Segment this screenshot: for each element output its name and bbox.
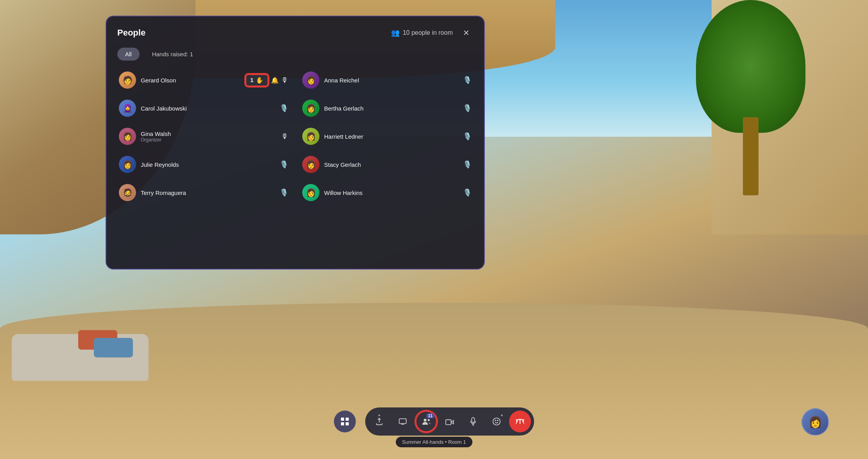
svg-point-9: [493, 418, 500, 425]
mic-icon: [470, 417, 476, 426]
people-count-badge: 👥 10 people in room: [391, 29, 453, 37]
bell-icon: 🔔: [271, 77, 279, 84]
hand-count: 1: [250, 77, 253, 83]
avatar-terry-romaguera: 🧔: [119, 184, 136, 201]
person-controls-gerard: 1 ✋ 🔔 🎙: [245, 74, 288, 87]
tooltip-text: Summer All-hands • Room 1: [402, 439, 466, 445]
tab-all[interactable]: All: [117, 48, 140, 61]
person-controls-anna: 🎙️: [463, 76, 472, 84]
avatar-carol-jakubowski: 🧕: [119, 100, 136, 117]
mic-active-icon: 🎙: [281, 76, 288, 84]
person-info-stacy: Stacy Gerlach: [324, 161, 458, 168]
people-count-label: 10 people in room: [403, 29, 453, 36]
svg-rect-7: [446, 420, 451, 425]
person-controls-bertha: 🎙️: [463, 104, 472, 113]
mic-muted-icon: 🎙️: [280, 104, 288, 113]
up-arrow-share: ▲: [378, 413, 381, 417]
avatar-gina-walsh: 👩: [119, 128, 136, 145]
person-name-gina: Gina Walsh: [141, 130, 276, 137]
panel-title: People: [117, 28, 145, 38]
person-name-willow: Willow Harkins: [324, 189, 458, 196]
person-controls-stacy: 🎙️: [463, 160, 472, 169]
mic-muted-icon: 🎙️: [280, 160, 288, 169]
avatar-julie-reynolds: 👩: [119, 156, 136, 173]
person-row[interactable]: 👩 Harriett Ledner 🎙️: [296, 123, 478, 150]
person-name-stacy: Stacy Gerlach: [324, 161, 458, 168]
person-row[interactable]: 👩 Willow Harkins 🎙️: [296, 179, 478, 206]
reaction-button[interactable]: ▲: [486, 411, 508, 432]
floor: [0, 303, 868, 459]
avatar-anna-reichel: 👩: [302, 71, 319, 89]
tooltip-bar: Summer All-hands • Room 1: [396, 437, 472, 447]
svg-rect-2: [341, 422, 344, 425]
person-row[interactable]: 👩 Stacy Gerlach 🎙️: [296, 151, 478, 178]
emoji-icon: [492, 417, 501, 426]
present-button[interactable]: [392, 411, 414, 432]
people-count-badge: 11: [426, 413, 434, 418]
svg-point-5: [424, 419, 427, 421]
share-button[interactable]: ▲: [368, 411, 390, 432]
person-name-bertha: Bertha Gerlach: [324, 105, 458, 112]
up-arrow-reaction: ▲: [500, 413, 504, 417]
avatar-bertha-gerlach: 👩: [302, 100, 319, 117]
person-name-gerard: Gerard Olson: [141, 77, 240, 84]
share-icon: [375, 417, 384, 426]
bottom-toolbar: ▲ 11: [334, 407, 534, 436]
person-info-carol: Carol Jakubowski: [141, 105, 275, 112]
person-controls-terry: 🎙️: [280, 188, 288, 197]
close-button[interactable]: ✕: [459, 26, 473, 40]
svg-rect-0: [341, 418, 344, 421]
svg-rect-3: [346, 422, 349, 425]
person-info-harriett: Harriett Ledner: [324, 133, 458, 140]
person-row[interactable]: 👩 Anna Reichel 🎙️: [296, 67, 478, 93]
people-panel: People 👥 10 people in room ✕ All Hands r…: [106, 16, 485, 270]
panel-header: People 👥 10 people in room ✕: [106, 16, 484, 45]
person-row[interactable]: 🧔 Terry Romaguera 🎙️: [113, 179, 294, 206]
person-info-gina: Gina Walsh Organizer: [141, 130, 276, 143]
person-row[interactable]: 👩 Gina Walsh Organizer 🎙: [113, 123, 294, 150]
person-row[interactable]: 👩 Bertha Gerlach 🎙️: [296, 95, 478, 121]
svg-rect-8: [472, 418, 474, 423]
mic-muted-icon: 🎙️: [463, 188, 472, 197]
camera-button[interactable]: [439, 411, 461, 432]
people-grid: 🧑 Gerard Olson 1 ✋ 🔔 🎙 👩 Anna Reich: [113, 67, 478, 206]
mic-muted-icon: 🎙️: [463, 132, 472, 141]
leave-icon: [515, 418, 525, 425]
self-avatar-emoji: 👩: [809, 416, 822, 429]
grid-icon: [341, 417, 349, 426]
person-row[interactable]: 🧕 Carol Jakubowski 🎙️: [113, 95, 294, 121]
camera-icon: [445, 418, 454, 425]
person-row[interactable]: 👩 Julie Reynolds 🎙️: [113, 151, 294, 178]
person-row[interactable]: 🧑 Gerard Olson 1 ✋ 🔔 🎙: [113, 67, 294, 93]
mic-muted-icon: 🎙️: [463, 104, 472, 113]
person-info-gerard: Gerard Olson: [141, 77, 240, 84]
person-info-bertha: Bertha Gerlach: [324, 105, 458, 112]
people-button[interactable]: 11: [415, 411, 437, 432]
mic-muted-icon: 🎙️: [463, 160, 472, 169]
person-name-anna: Anna Reichel: [324, 77, 458, 84]
filter-tabs: All Hands raised: 1: [106, 45, 484, 67]
svg-point-6: [428, 419, 430, 421]
mic-active-icon: 🎙: [281, 132, 288, 141]
people-list: 🧑 Gerard Olson 1 ✋ 🔔 🎙 👩 Anna Reich: [106, 67, 484, 269]
mic-button[interactable]: [462, 411, 484, 432]
leave-button[interactable]: [509, 411, 531, 432]
toolbar-pill: ▲ 11: [365, 407, 534, 436]
apps-button[interactable]: [334, 411, 356, 432]
avatar-harriett-ledner: 👩: [302, 128, 319, 145]
panel-header-right: 👥 10 people in room ✕: [391, 26, 473, 40]
tree-trunk: [743, 117, 759, 195]
svg-rect-4: [399, 419, 406, 424]
person-info-willow: Willow Harkins: [324, 189, 458, 196]
present-icon: [398, 418, 407, 425]
tab-hands-raised[interactable]: Hands raised: 1: [144, 48, 201, 61]
person-info-terry: Terry Romaguera: [141, 189, 275, 196]
hand-raised-box: 1 ✋: [245, 74, 269, 87]
mic-muted-icon: 🎙️: [280, 188, 288, 197]
self-avatar[interactable]: 👩: [802, 408, 829, 436]
person-controls-willow: 🎙️: [463, 188, 472, 197]
tree: [692, 0, 809, 195]
person-role-gina: Organizer: [141, 137, 276, 143]
person-info-julie: Julie Reynolds: [141, 161, 275, 168]
mic-muted-icon: 🎙️: [463, 76, 472, 84]
